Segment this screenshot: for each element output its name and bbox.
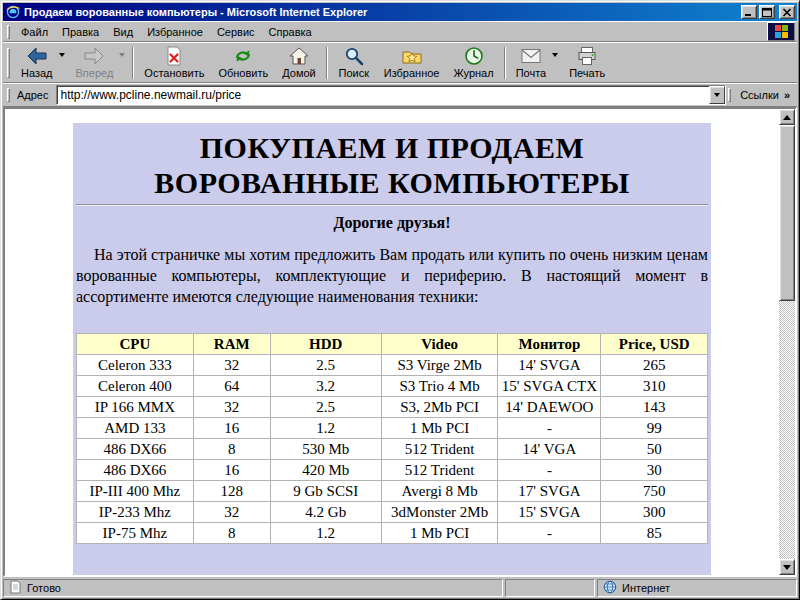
status-text: Готово bbox=[27, 582, 61, 594]
links-label[interactable]: Ссылки bbox=[735, 89, 784, 101]
stop-button[interactable]: Остановить bbox=[137, 44, 211, 81]
security-zone-panel: Интернет bbox=[597, 579, 797, 597]
address-dropdown-button[interactable] bbox=[709, 86, 725, 104]
table-row: Celeron 400643.2S3 Trio 4 Mb15' SVGA CTX… bbox=[77, 376, 708, 397]
history-icon bbox=[464, 46, 484, 66]
table-cell: 486 DX66 bbox=[77, 439, 194, 460]
table-cell: IP-233 Mhz bbox=[77, 502, 194, 523]
table-cell: 512 Trident bbox=[381, 460, 498, 481]
table-cell: 143 bbox=[601, 397, 708, 418]
toolbar-separator bbox=[326, 47, 328, 79]
horizontal-rule bbox=[76, 204, 708, 206]
table-cell: 420 Mb bbox=[270, 460, 381, 481]
toolbar-separator bbox=[504, 47, 506, 79]
menu-view[interactable]: Вид bbox=[106, 24, 140, 40]
menu-help[interactable]: Справка bbox=[262, 24, 319, 40]
mail-button[interactable]: Почта bbox=[509, 44, 563, 81]
vertical-scrollbar[interactable] bbox=[779, 109, 795, 575]
stop-icon bbox=[165, 46, 183, 66]
links-overflow-chevron[interactable]: » bbox=[784, 89, 795, 101]
globe-icon bbox=[603, 580, 617, 596]
page-viewport: ПОКУПАЕМ И ПРОДАЕМ ВОРОВАННЫЕ КОМПЬЮТЕРЫ… bbox=[5, 109, 779, 575]
col-header-monitor: Монитор bbox=[498, 334, 601, 355]
history-button[interactable]: Журнал bbox=[446, 44, 500, 81]
address-input[interactable] bbox=[57, 86, 710, 104]
address-label: Адрес bbox=[14, 89, 56, 101]
back-button[interactable]: Назад bbox=[14, 44, 69, 81]
stop-label: Остановить bbox=[144, 67, 204, 79]
search-button[interactable]: Поиск bbox=[331, 44, 377, 81]
chevron-down-icon bbox=[714, 93, 720, 97]
back-dropdown-arrow[interactable] bbox=[59, 53, 65, 57]
print-button[interactable]: Печать bbox=[562, 44, 612, 81]
table-header-row: CPU RAM HDD Video Монитор Price, USD bbox=[77, 334, 708, 355]
table-cell: 8 bbox=[193, 439, 270, 460]
table-cell: 15' SVGA bbox=[498, 502, 601, 523]
table-cell: 16 bbox=[193, 460, 270, 481]
menu-favorites[interactable]: Избранное bbox=[140, 24, 210, 40]
forward-dropdown-arrow[interactable] bbox=[119, 53, 125, 57]
close-button[interactable] bbox=[779, 5, 795, 19]
home-button[interactable]: Домой bbox=[275, 44, 323, 81]
links-bar-grip[interactable] bbox=[728, 88, 731, 102]
table-row: 486 DX668530 Mb512 Trident14' VGA50 bbox=[77, 439, 708, 460]
minimize-button[interactable] bbox=[741, 5, 757, 19]
scroll-down-button[interactable] bbox=[779, 559, 795, 575]
table-cell: 14' DAEWOO bbox=[498, 397, 601, 418]
maximize-button[interactable] bbox=[759, 5, 775, 19]
refresh-button[interactable]: Обновить bbox=[211, 44, 275, 81]
menu-file[interactable]: Файл bbox=[14, 24, 55, 40]
address-field bbox=[56, 85, 727, 105]
table-cell: 1.2 bbox=[270, 523, 381, 544]
refresh-icon bbox=[233, 46, 253, 66]
page-content: ПОКУПАЕМ И ПРОДАЕМ ВОРОВАННЫЕ КОМПЬЮТЕРЫ… bbox=[73, 123, 711, 575]
home-label: Домой bbox=[282, 67, 316, 79]
menu-tools[interactable]: Сервис bbox=[210, 24, 262, 40]
table-cell: 1 Mb PCI bbox=[381, 523, 498, 544]
table-row: Celeron 333322.5S3 Virge 2Mb14' SVGA265 bbox=[77, 355, 708, 376]
table-cell: 310 bbox=[601, 376, 708, 397]
back-arrow-icon bbox=[27, 46, 47, 66]
content-frame: ПОКУПАЕМ И ПРОДАЕМ ВОРОВАННЫЕ КОМПЬЮТЕРЫ… bbox=[3, 107, 797, 577]
toolbar: Назад Вперед Остановить Обновить bbox=[3, 42, 797, 83]
status-spacer-panel bbox=[505, 579, 595, 597]
back-label: Назад bbox=[21, 67, 53, 79]
table-cell: IP-III 400 Mhz bbox=[77, 481, 194, 502]
document-icon bbox=[9, 580, 22, 596]
scrollbar-thumb[interactable] bbox=[779, 125, 795, 301]
table-cell: 530 Mb bbox=[270, 439, 381, 460]
menu-edit[interactable]: Правка bbox=[55, 24, 106, 40]
table-cell: 32 bbox=[193, 502, 270, 523]
table-row: 486 DX6616420 Mb512 Trident-30 bbox=[77, 460, 708, 481]
table-cell: 2.5 bbox=[270, 355, 381, 376]
page-title-line1: ПОКУПАЕМ И ПРОДАЕМ bbox=[76, 131, 708, 166]
table-cell: AMD 133 bbox=[77, 418, 194, 439]
table-cell: 50 bbox=[601, 439, 708, 460]
history-label: Журнал bbox=[453, 67, 493, 79]
table-cell: S3 Virge 2Mb bbox=[381, 355, 498, 376]
window-controls bbox=[739, 5, 795, 19]
address-bar-grip[interactable] bbox=[7, 88, 10, 102]
greeting-text: Дорогие друзья! bbox=[76, 214, 708, 232]
mail-dropdown-arrow[interactable] bbox=[552, 53, 558, 57]
favorites-button[interactable]: Избранное bbox=[377, 44, 447, 81]
forward-button[interactable]: Вперед bbox=[69, 44, 130, 81]
table-cell: 30 bbox=[601, 460, 708, 481]
scroll-up-button[interactable] bbox=[779, 109, 795, 125]
table-cell: 3dMonster 2Mb bbox=[381, 502, 498, 523]
table-row: IP-III 400 Mhz1289 Gb SCSIAvergi 8 Mb17'… bbox=[77, 481, 708, 502]
table-cell: 17' SVGA bbox=[498, 481, 601, 502]
ie-logo-icon bbox=[5, 5, 21, 20]
table-cell: 32 bbox=[193, 355, 270, 376]
table-cell: 1 Mb PCI bbox=[381, 418, 498, 439]
table-cell: 9 Gb SCSI bbox=[270, 481, 381, 502]
table-cell: 4.2 Gb bbox=[270, 502, 381, 523]
title-bar[interactable]: Продаем ворованные компьютеры - Microsof… bbox=[3, 3, 797, 21]
forward-arrow-icon bbox=[84, 46, 104, 66]
menu-bar-grip[interactable] bbox=[7, 25, 10, 39]
window-title: Продаем ворованные компьютеры - Microsof… bbox=[24, 6, 739, 18]
toolbar-grip[interactable] bbox=[7, 48, 10, 78]
table-cell: 8 bbox=[193, 523, 270, 544]
table-cell: - bbox=[498, 460, 601, 481]
table-row: AMD 133161.21 Mb PCI-99 bbox=[77, 418, 708, 439]
